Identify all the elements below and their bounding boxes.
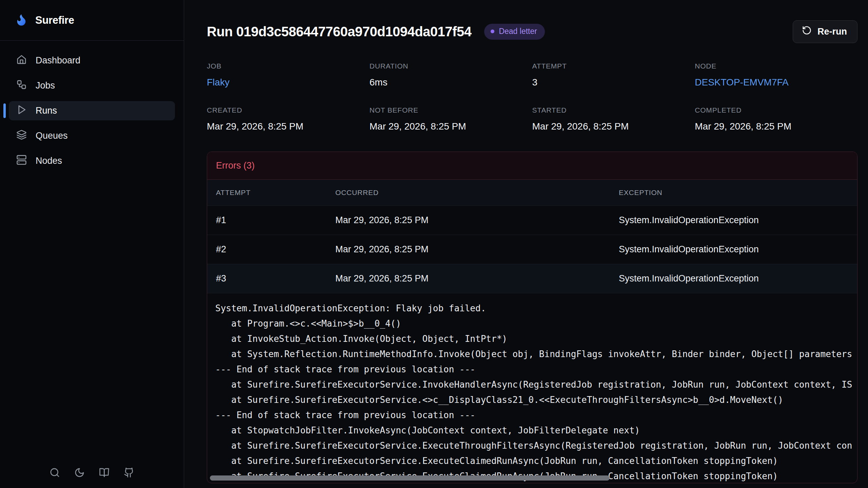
layers-icon	[16, 130, 27, 142]
not-before-value: Mar 29, 2026, 8:25 PM	[370, 121, 532, 132]
column-header-exception: EXCEPTION	[619, 189, 857, 197]
rerun-button[interactable]: Re-run	[793, 20, 857, 43]
duration-value: 6ms	[370, 77, 532, 88]
search-icon[interactable]	[50, 467, 60, 479]
sidebar-item-label: Dashboard	[36, 55, 80, 66]
column-header-attempt: ATTEMPT	[207, 189, 335, 197]
github-icon[interactable]	[124, 467, 134, 479]
meta-label: NODE	[695, 62, 857, 70]
errors-card-title: Errors (3)	[207, 152, 857, 180]
sidebar-item-nodes[interactable]: Nodes	[9, 151, 175, 171]
completed-value: Mar 29, 2026, 8:25 PM	[695, 121, 857, 132]
book-open-icon[interactable]	[99, 467, 110, 479]
row-attempt: #2	[207, 244, 335, 255]
table-row[interactable]: #3 Mar 29, 2026, 8:25 PM System.InvalidO…	[207, 264, 857, 293]
meta-field-created: CREATED Mar 29, 2026, 8:25 PM	[207, 106, 370, 132]
sidebar-item-label: Jobs	[36, 80, 55, 91]
errors-table-header: ATTEMPT OCCURRED EXCEPTION	[207, 180, 857, 206]
sidebar-item-jobs[interactable]: Jobs	[9, 76, 175, 95]
meta-field-not-before: NOT BEFORE Mar 29, 2026, 8:25 PM	[370, 106, 532, 132]
scrollbar-thumb[interactable]	[210, 475, 610, 481]
brand-name: Surefire	[35, 14, 74, 26]
created-value: Mar 29, 2026, 8:25 PM	[207, 121, 370, 132]
server-icon	[16, 155, 27, 168]
sidebar-item-dashboard[interactable]: Dashboard	[9, 51, 175, 70]
meta-label: DURATION	[370, 62, 532, 70]
meta-field-completed: COMPLETED Mar 29, 2026, 8:25 PM	[695, 106, 857, 132]
sidebar-item-label: Nodes	[36, 156, 62, 166]
status-badge: Dead letter	[484, 24, 545, 40]
errors-card: Errors (3) ATTEMPT OCCURRED EXCEPTION #1…	[207, 152, 857, 483]
row-occurred: Mar 29, 2026, 8:25 PM	[335, 273, 619, 284]
job-link[interactable]: Flaky	[207, 77, 370, 88]
meta-label: COMPLETED	[695, 106, 857, 114]
main-content: Run 019d3c586447760a970d1094da017f54 Dea…	[184, 0, 868, 488]
workflow-icon	[16, 79, 27, 92]
meta-field-started: STARTED Mar 29, 2026, 8:25 PM	[532, 106, 695, 132]
meta-label: STARTED	[532, 106, 695, 114]
page-header: Run 019d3c586447760a970d1094da017f54 Dea…	[207, 20, 857, 43]
row-exception: System.InvalidOperationException	[619, 215, 857, 226]
stack-trace-panel: System.InvalidOperationException: Flaky …	[207, 293, 857, 483]
meta-label: JOB	[207, 62, 370, 70]
sidebar-item-runs[interactable]: Runs	[9, 101, 175, 120]
sidebar-footer	[0, 467, 184, 488]
sidebar: Surefire Dashboard Jobs Runs Queues	[0, 0, 184, 488]
meta-field-duration: DURATION 6ms	[370, 62, 532, 88]
rerun-button-label: Re-run	[817, 26, 847, 37]
status-badge-label: Dead letter	[499, 27, 537, 36]
meta-label: CREATED	[207, 106, 370, 114]
node-link[interactable]: DESKTOP-EMVM7FA	[695, 77, 857, 88]
flame-icon	[14, 13, 28, 28]
column-header-occurred: OCCURRED	[335, 189, 619, 197]
run-metadata: JOB Flaky DURATION 6ms ATTEMPT 3 NODE DE…	[207, 62, 857, 132]
horizontal-scrollbar[interactable]	[210, 475, 854, 481]
row-attempt: #1	[207, 215, 335, 226]
row-exception: System.InvalidOperationException	[619, 273, 857, 284]
sidebar-item-label: Queues	[36, 131, 68, 141]
meta-label: ATTEMPT	[532, 62, 695, 70]
home-icon	[16, 54, 27, 67]
table-row[interactable]: #1 Mar 29, 2026, 8:25 PM System.InvalidO…	[207, 206, 857, 235]
meta-field-attempt: ATTEMPT 3	[532, 62, 695, 88]
meta-label: NOT BEFORE	[370, 106, 532, 114]
row-occurred: Mar 29, 2026, 8:25 PM	[335, 215, 619, 226]
row-exception: System.InvalidOperationException	[619, 244, 857, 255]
row-occurred: Mar 29, 2026, 8:25 PM	[335, 244, 619, 255]
started-value: Mar 29, 2026, 8:25 PM	[532, 121, 695, 132]
play-icon	[16, 104, 27, 117]
meta-field-job: JOB Flaky	[207, 62, 370, 88]
sidebar-item-label: Runs	[36, 105, 57, 116]
rotate-ccw-icon	[802, 25, 812, 38]
sidebar-item-queues[interactable]: Queues	[9, 126, 175, 145]
moon-icon[interactable]	[74, 467, 85, 479]
status-dot-icon	[491, 30, 494, 33]
sidebar-nav: Dashboard Jobs Runs Queues Nodes	[0, 41, 184, 467]
brand: Surefire	[0, 0, 184, 41]
table-row[interactable]: #2 Mar 29, 2026, 8:25 PM System.InvalidO…	[207, 235, 857, 264]
attempt-value: 3	[532, 77, 695, 88]
stack-trace: System.InvalidOperationException: Flaky …	[207, 293, 857, 483]
row-attempt: #3	[207, 273, 335, 284]
page-title: Run 019d3c586447760a970d1094da017f54	[207, 24, 471, 39]
meta-field-node: NODE DESKTOP-EMVM7FA	[695, 62, 857, 88]
